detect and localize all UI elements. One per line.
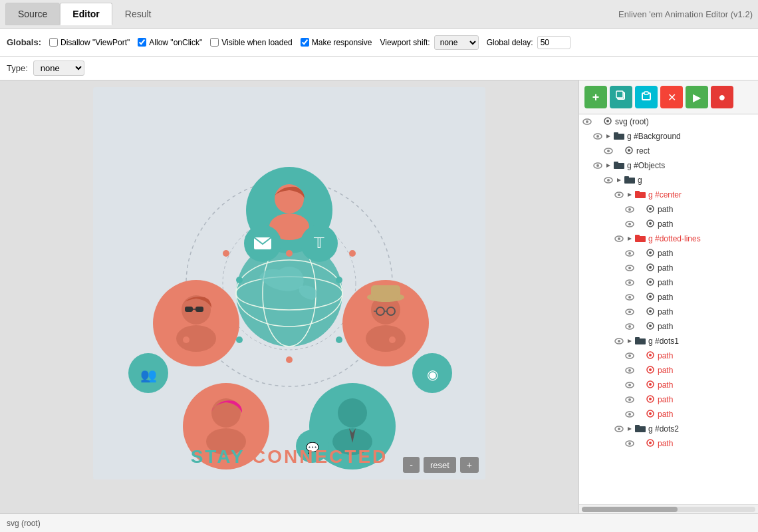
copy-button[interactable]	[610, 86, 632, 108]
svg-point-49	[183, 336, 190, 343]
visible-when-loaded-group[interactable]: Visible when loaded	[210, 38, 293, 47]
tree-container[interactable]: svg (root)g #Backgroundrectg #Objectsgg …	[579, 114, 758, 504]
svg-marker-81	[628, 193, 632, 197]
svg-marker-123	[628, 339, 632, 343]
right-toolbar: + ✕ ▶ ●	[579, 80, 758, 114]
eye-icon[interactable]	[624, 263, 635, 273]
eye-icon[interactable]	[582, 116, 592, 127]
tree-item-rect[interactable]: rect	[579, 144, 758, 158]
node-icon	[646, 277, 655, 289]
tree-item-path-6[interactable]: path	[579, 290, 758, 305]
tree-item-path-2[interactable]: path	[579, 217, 758, 231]
eye-icon[interactable]	[624, 204, 635, 215]
play-button[interactable]: ▶	[686, 86, 708, 108]
expand-icon[interactable]	[626, 338, 634, 344]
tree-item-path-7[interactable]: path	[579, 305, 758, 319]
expand-icon[interactable]	[615, 178, 623, 183]
tree-item-g-dots2[interactable]: g #dots2	[579, 422, 758, 436]
tree-item-g[interactable]: g	[579, 173, 758, 188]
tree-label: path	[658, 249, 673, 258]
tree-item-path-5[interactable]: path	[579, 275, 758, 290]
global-delay-input[interactable]	[537, 36, 570, 49]
eye-icon[interactable]	[624, 409, 635, 420]
node-icon	[646, 219, 655, 230]
svg-point-59	[606, 120, 609, 122]
eye-icon[interactable]	[624, 248, 635, 259]
tree-item-path-4[interactable]: path	[579, 261, 758, 275]
tab-source[interactable]: Source	[5, 3, 60, 25]
type-select[interactable]: nonefadeslidezoombounce	[33, 61, 84, 76]
visible-when-loaded-checkbox[interactable]	[210, 38, 219, 47]
allow-onclick-checkbox[interactable]	[138, 38, 146, 47]
zoom-out-button[interactable]: -	[403, 457, 420, 473]
eye-icon[interactable]	[614, 233, 624, 244]
svg-text:◉: ◉	[427, 367, 438, 382]
delete-button[interactable]: ✕	[660, 86, 683, 108]
eye-icon[interactable]	[592, 160, 603, 171]
eye-icon[interactable]	[603, 175, 614, 186]
eye-icon[interactable]	[624, 307, 635, 317]
record-button[interactable]: ●	[711, 86, 733, 108]
tree-item-g-dotted-lines[interactable]: g #dotted-lines	[579, 231, 758, 246]
tree-item-path-d1-1[interactable]: path	[579, 348, 758, 363]
make-responsive-checkbox[interactable]	[301, 38, 309, 47]
eye-icon[interactable]	[624, 350, 635, 361]
tree-item-g-center[interactable]: g #center	[579, 188, 758, 202]
svg-point-42	[236, 277, 243, 283]
node-icon	[635, 424, 646, 434]
eye-icon[interactable]	[624, 365, 635, 376]
svg-point-80	[618, 194, 620, 196]
tree-item-path-d1-3[interactable]: path	[579, 378, 758, 392]
allow-onclick-group[interactable]: Allow "onClick"	[138, 38, 202, 47]
eye-icon[interactable]	[624, 292, 635, 303]
viewport-shift-select[interactable]: noneleftrighttopbottom	[434, 35, 479, 50]
tree-item-g-dots1[interactable]: g #dots1	[579, 334, 758, 348]
disallow-viewport-checkbox[interactable]	[49, 38, 58, 47]
tree-item-path-3[interactable]: path	[579, 246, 758, 261]
svg-rect-53	[616, 91, 623, 98]
add-button[interactable]: +	[584, 86, 607, 108]
expand-icon[interactable]	[604, 134, 612, 139]
expand-icon[interactable]	[626, 192, 634, 198]
tree-item-path-d1-5[interactable]: path	[579, 407, 758, 422]
eye-icon[interactable]	[624, 277, 635, 288]
h-scrollbar[interactable]	[579, 504, 758, 513]
tree-item-path-1[interactable]: path	[579, 202, 758, 217]
expand-icon[interactable]	[626, 426, 634, 432]
tree-label: path	[658, 366, 673, 375]
tree-item-svg-root[interactable]: svg (root)	[579, 114, 758, 129]
svg-point-89	[628, 223, 631, 225]
svg-point-48	[349, 250, 356, 257]
disallow-viewport-group[interactable]: Disallow "ViewPort"	[49, 38, 130, 47]
tab-editor[interactable]: Editor	[60, 3, 112, 25]
eye-icon[interactable]	[592, 131, 603, 142]
eye-icon[interactable]	[603, 146, 614, 156]
expand-icon[interactable]	[626, 236, 634, 241]
svg-point-70	[596, 164, 599, 167]
tree-item-path-d1-4[interactable]: path	[579, 392, 758, 407]
tree-label: g #Background	[627, 132, 681, 141]
eye-icon[interactable]	[614, 424, 624, 434]
tree-item-g-objects[interactable]: g #Objects	[579, 158, 758, 173]
tab-result[interactable]: Result	[112, 3, 164, 25]
expand-icon[interactable]	[604, 163, 612, 168]
eye-icon[interactable]	[624, 438, 635, 449]
tree-item-path-d1-2[interactable]: path	[579, 363, 758, 378]
viewport-shift-label: Viewport shift:	[380, 38, 430, 47]
svg-point-100	[649, 251, 652, 254]
eye-icon[interactable]	[614, 190, 624, 200]
tree-item-path-d2-1[interactable]: path	[579, 436, 758, 451]
eye-icon[interactable]	[624, 219, 635, 229]
make-responsive-group[interactable]: Make responsive	[301, 38, 372, 47]
eye-icon[interactable]	[624, 321, 635, 332]
eye-icon[interactable]	[614, 336, 624, 346]
node-icon	[646, 380, 655, 391]
canvas-controls: - reset +	[403, 457, 479, 473]
paste-button[interactable]	[635, 86, 658, 108]
tree-item-g-background[interactable]: g #Background	[579, 129, 758, 144]
eye-icon[interactable]	[624, 394, 635, 405]
tree-item-path-8[interactable]: path	[579, 319, 758, 334]
eye-icon[interactable]	[624, 380, 635, 390]
zoom-reset-button[interactable]: reset	[424, 457, 456, 473]
zoom-in-button[interactable]: +	[460, 457, 479, 473]
